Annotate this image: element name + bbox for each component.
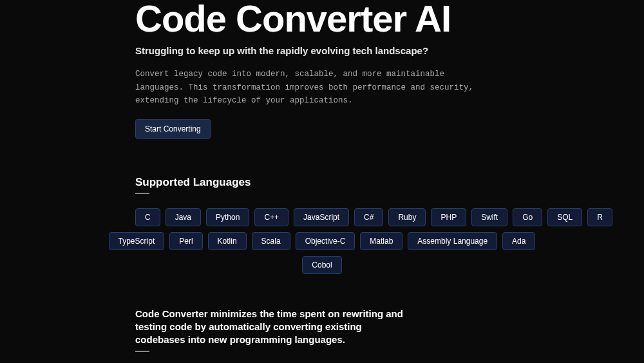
language-pill[interactable]: JavaScript: [294, 208, 349, 226]
language-pill[interactable]: PHP: [431, 208, 466, 226]
language-pill[interactable]: Ada: [502, 232, 535, 250]
languages-list: CJavaPythonC++JavaScriptC#RubyPHPSwiftGo…: [135, 208, 509, 274]
language-pill[interactable]: SQL: [547, 208, 582, 226]
language-pill[interactable]: C#: [354, 208, 383, 226]
language-pill[interactable]: Python: [206, 208, 249, 226]
language-pill[interactable]: Cobol: [302, 256, 341, 274]
language-pill[interactable]: Scala: [252, 232, 290, 250]
language-pill[interactable]: TypeScript: [109, 232, 165, 250]
page-title: Code Converter AI: [135, 0, 509, 37]
language-pill[interactable]: C: [135, 208, 160, 226]
language-pill[interactable]: Perl: [169, 232, 202, 250]
supported-languages-heading: Supported Languages: [135, 176, 509, 189]
language-pill[interactable]: Assembly Language: [408, 232, 497, 250]
language-pill[interactable]: C++: [254, 208, 289, 226]
language-pill[interactable]: Objective-C: [296, 232, 355, 250]
language-pill[interactable]: Matlab: [360, 232, 402, 250]
hero-description: Convert legacy code into modern, scalabl…: [135, 68, 496, 108]
benefit-underline: [135, 351, 149, 352]
heading-underline: [135, 193, 149, 194]
start-converting-button[interactable]: Start Converting: [135, 119, 211, 139]
hero-subtitle: Struggling to keep up with the rapidly e…: [135, 45, 509, 56]
benefit-text: Code Converter minimizes the time spent …: [135, 308, 412, 347]
language-pill[interactable]: R: [587, 208, 612, 226]
language-pill[interactable]: Swift: [471, 208, 507, 226]
language-pill[interactable]: Ruby: [388, 208, 426, 226]
language-pill[interactable]: Kotlin: [208, 232, 247, 250]
language-pill[interactable]: Java: [166, 208, 201, 226]
language-pill[interactable]: Go: [513, 208, 542, 226]
